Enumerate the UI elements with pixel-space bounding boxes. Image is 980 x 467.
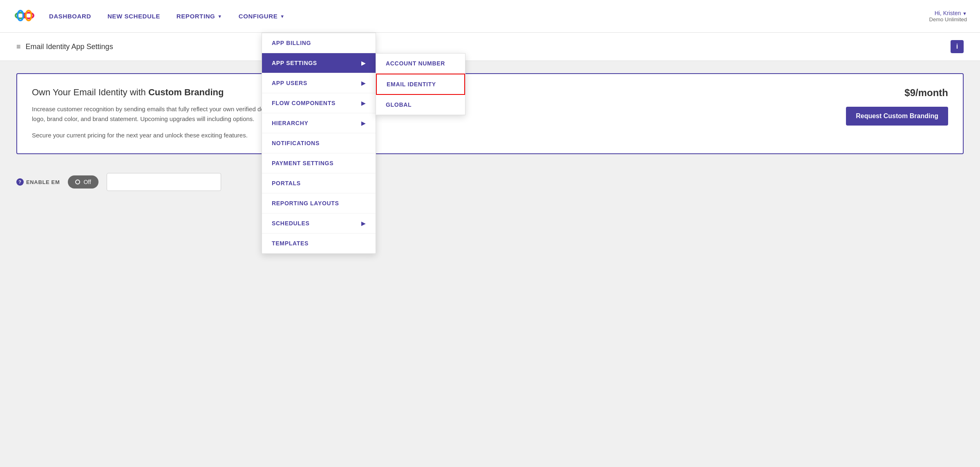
user-greeting: Hi, Kristen ▼ — [929, 10, 967, 16]
nav-reporting[interactable]: REPORTING ▼ — [177, 13, 222, 20]
app-users-chevron-icon: ▶ — [361, 80, 366, 86]
page-content: ≡ Email Identity App Settings i Own Your… — [0, 33, 980, 207]
menu-item-payment-settings[interactable]: PAYMENT SETTINGS — [262, 153, 376, 173]
configure-chevron-icon: ▼ — [280, 14, 285, 19]
menu-item-portals[interactable]: PORTALS — [262, 173, 376, 193]
toggle-dot-icon — [75, 180, 80, 184]
menu-item-flow-components[interactable]: FLOW COMPONENTS ▶ — [262, 93, 376, 113]
navbar-links: DASHBOARD NEW SCHEDULE REPORTING ▼ CONFI… — [49, 13, 929, 20]
promo-desc2: Secure your current pricing for the next… — [32, 130, 830, 140]
menu-item-templates[interactable]: TEMPLATES — [262, 234, 376, 254]
menu-item-notifications[interactable]: NOTIFICATIONS — [262, 133, 376, 153]
promo-card-right: $9/month Request Custom Branding — [846, 87, 948, 126]
nav-dashboard[interactable]: DASHBOARD — [49, 13, 91, 20]
promo-price: $9/month — [904, 87, 948, 99]
email-input[interactable] — [107, 173, 221, 191]
breadcrumb-bar: ≡ Email Identity App Settings i — [0, 33, 980, 61]
navbar: DASHBOARD NEW SCHEDULE REPORTING ▼ CONFI… — [0, 0, 980, 33]
menu-item-hierarchy[interactable]: HIERARCHY ▶ — [262, 113, 376, 133]
enable-email-label: ? ENABLE EM — [16, 178, 60, 186]
reporting-chevron-icon: ▼ — [217, 14, 222, 19]
menu-item-app-billing[interactable]: APP BILLING — [262, 33, 376, 53]
app-settings-submenu: ACCOUNT NUMBER EMAIL IDENTITY GLOBAL — [376, 53, 465, 115]
promo-card: Own Your Email Identity with Custom Bran… — [16, 73, 964, 154]
menu-item-app-settings[interactable]: APP SETTINGS ▶ — [262, 53, 376, 73]
flow-components-chevron-icon: ▶ — [361, 100, 366, 106]
submenu-global[interactable]: GLOBAL — [376, 95, 465, 115]
page-title: Email Identity App Settings — [26, 43, 113, 51]
menu-item-app-users[interactable]: APP USERS ▶ — [262, 73, 376, 93]
info-button[interactable]: i — [951, 40, 964, 53]
settings-row: ? ENABLE EM Off — [16, 169, 964, 195]
submenu-email-identity[interactable]: EMAIL IDENTITY — [376, 74, 465, 95]
menu-item-schedules[interactable]: SCHEDULES ▶ — [262, 213, 376, 234]
menu-item-app-settings-container: APP SETTINGS ▶ ACCOUNT NUMBER EMAIL IDEN… — [262, 53, 376, 73]
user-chevron-icon: ▼ — [962, 11, 967, 16]
submenu-account-number[interactable]: ACCOUNT NUMBER — [376, 54, 465, 74]
settings-sliders-icon: ≡ — [16, 43, 21, 51]
nav-configure[interactable]: CONFIGURE ▼ — [239, 13, 285, 20]
request-custom-branding-button[interactable]: Request Custom Branding — [846, 107, 948, 126]
help-icon[interactable]: ? — [16, 178, 24, 186]
configure-dropdown: APP BILLING APP SETTINGS ▶ ACCOUNT NUMBE… — [262, 33, 376, 254]
hierarchy-chevron-icon: ▶ — [361, 120, 366, 126]
nav-new-schedule[interactable]: NEW SCHEDULE — [107, 13, 160, 20]
main-area: Own Your Email Identity with Custom Bran… — [0, 61, 980, 207]
enable-toggle[interactable]: Off — [68, 175, 98, 189]
user-company: Demo Unlimited — [929, 16, 967, 22]
app-logo[interactable] — [13, 4, 49, 29]
schedules-chevron-icon: ▶ — [361, 220, 366, 227]
user-menu[interactable]: Hi, Kristen ▼ Demo Unlimited — [929, 10, 967, 22]
menu-item-reporting-layouts[interactable]: REPORTING LAYOUTS — [262, 193, 376, 213]
app-settings-chevron-icon: ▶ — [361, 60, 366, 66]
